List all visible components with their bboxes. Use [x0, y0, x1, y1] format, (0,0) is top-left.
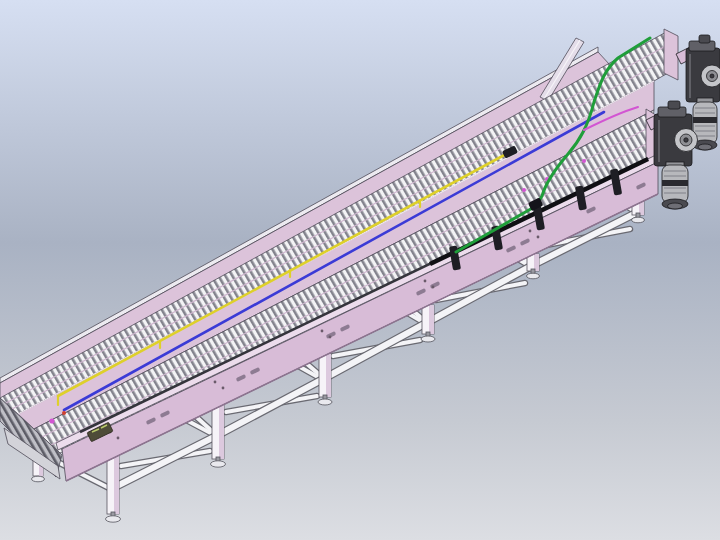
- nose-sensor-red: [62, 411, 66, 415]
- leveling-foot: [527, 273, 540, 279]
- leveling-foot: [421, 336, 435, 342]
- leveling-foot: [106, 516, 121, 522]
- leveling-foot: [211, 461, 226, 467]
- cad-viewport[interactable]: [0, 0, 720, 540]
- leveling-foot: [32, 476, 45, 482]
- nose-sensor-magenta: [49, 418, 54, 423]
- clip-magenta: [582, 159, 586, 163]
- clip-magenta: [522, 188, 526, 192]
- conveyor-render: [0, 0, 720, 540]
- leveling-foot: [632, 217, 645, 223]
- leveling-foot: [318, 399, 332, 405]
